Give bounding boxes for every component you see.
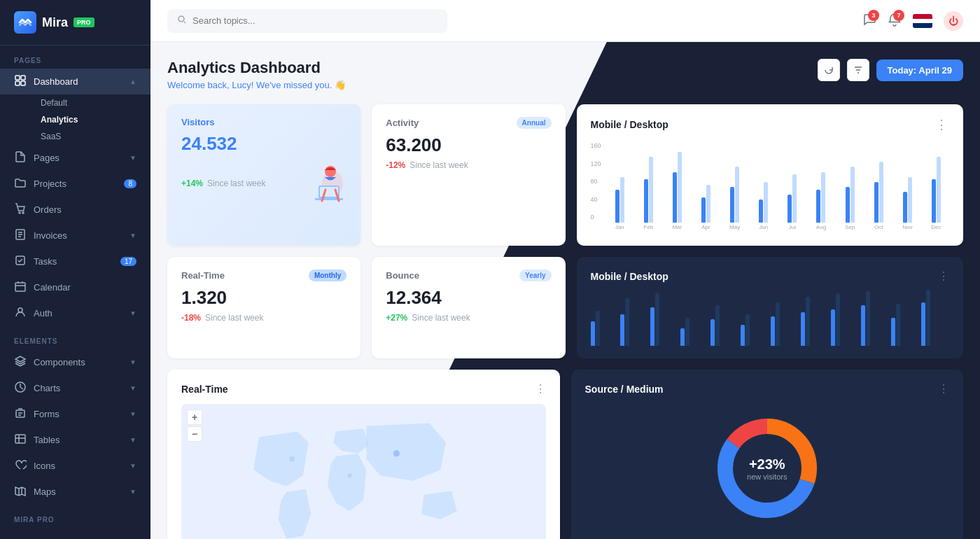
bar-mar-desktop	[673, 172, 677, 223]
x-label-aug: Aug	[808, 224, 834, 230]
sidebar-item-icons[interactable]: Icons ▼	[0, 453, 150, 479]
projects-badge: 8	[124, 179, 136, 188]
visitors-change: +14% Since last week	[181, 178, 265, 188]
sidebar-item-charts[interactable]: Charts ▼	[0, 375, 150, 401]
bar-apr-desktop	[701, 197, 706, 223]
activity-value: 63.200	[386, 134, 551, 156]
x-label-jan: Jan	[607, 224, 633, 230]
header-actions: Today: April 29	[818, 59, 963, 81]
sidebar-item-tasks[interactable]: Tasks 17	[0, 248, 150, 274]
flag-icon[interactable]	[913, 14, 932, 28]
sidebar-item-tables[interactable]: Tables ▼	[0, 427, 150, 453]
sidebar-item-analytics[interactable]: Analytics	[34, 111, 150, 128]
y-label-160: 160	[591, 142, 601, 149]
mobile-desktop-card: Mobile / Desktop ⋮ 160 120 80 40 0	[577, 104, 964, 246]
chevron-down-icon: ▼	[130, 436, 136, 444]
bar-mar-mobile	[678, 152, 682, 223]
sidebar-item-components[interactable]: Components ▼	[0, 349, 150, 375]
today-button[interactable]: Today: April 29	[876, 59, 963, 81]
activity-change: -12% Since last week	[386, 160, 551, 170]
realtime-change: -18% Since last week	[181, 313, 346, 323]
refresh-icon-btn[interactable]	[818, 59, 840, 81]
bounce-change-label: Since last week	[412, 313, 470, 323]
realtime-label: Real-Time	[181, 270, 225, 281]
source-more-btn[interactable]: ⋮	[938, 382, 949, 396]
calendar-icon	[14, 280, 27, 295]
sidebar-item-invoices[interactable]: Invoices ▼	[0, 223, 150, 248]
bell-icon-btn[interactable]: 7	[888, 13, 902, 29]
search-input[interactable]	[192, 15, 438, 26]
donut-center-label: +23% new visitors	[747, 456, 787, 481]
topbar: 3 7 ⏻	[150, 0, 980, 42]
bar-nov-mobile	[908, 177, 912, 223]
visitor-illustration	[294, 159, 346, 208]
svg-point-21	[347, 473, 351, 477]
elements-label: ELEMENTS	[0, 326, 150, 349]
bar-dec-desktop	[932, 179, 936, 223]
sidebar-item-maps[interactable]: Maps ▼	[0, 479, 150, 505]
svg-point-9	[18, 308, 22, 312]
sidebar-item-auth[interactable]: Auth ▼	[0, 300, 150, 326]
bar-jul-desktop	[788, 195, 792, 223]
svg-point-19	[393, 450, 400, 456]
activity-change-pct: -12%	[386, 160, 405, 170]
charts-label: Charts	[34, 383, 60, 393]
main-content: Analytics Dashboard Welcome back, Lucy! …	[150, 42, 980, 539]
svg-rect-2	[15, 81, 20, 85]
bar-apr-mobile	[706, 185, 710, 223]
bounce-label: Bounce	[386, 270, 419, 281]
bar-group-feb	[636, 157, 662, 223]
realtime-map-title: Real-Time	[181, 384, 228, 395]
realtime-change-label: Since last week	[205, 313, 263, 323]
bar-oct-mobile	[879, 162, 883, 223]
content-inner: Analytics Dashboard Welcome back, Lucy! …	[150, 42, 980, 539]
y-label-0: 0	[591, 214, 601, 220]
grid-icon	[14, 74, 27, 89]
page-title-area: Analytics Dashboard Welcome back, Lucy! …	[167, 59, 346, 90]
sidebar-item-projects[interactable]: Projects 8	[0, 171, 150, 197]
sidebar-item-forms[interactable]: Forms ▼	[0, 401, 150, 427]
sidebar-item-calendar[interactable]: Calendar	[0, 274, 150, 300]
bar-jan-desktop	[615, 190, 620, 223]
svg-rect-1	[21, 76, 25, 80]
bar-feb-mobile	[649, 157, 653, 223]
visitors-change-label: Since last week	[207, 178, 265, 188]
activity-label: Activity	[386, 118, 419, 128]
y-label-120: 120	[591, 160, 601, 167]
subtitle-suffix: ! We've missed you. 👋	[251, 80, 346, 90]
world-map-svg	[181, 404, 546, 539]
pages-label: PAGES	[0, 46, 150, 69]
realtime-map-more-btn[interactable]: ⋮	[535, 382, 546, 396]
power-button[interactable]: ⏻	[944, 11, 963, 31]
sidebar-item-dashboard[interactable]: Dashboard ▲	[0, 69, 150, 94]
sidebar-item-default[interactable]: Default	[34, 94, 150, 111]
svg-point-20	[289, 456, 295, 462]
content-area: Analytics Dashboard Welcome back, Lucy! …	[150, 42, 980, 539]
dashboard-label: Dashboard	[34, 76, 78, 87]
svg-rect-8	[15, 283, 25, 291]
bar-group-aug	[808, 172, 834, 223]
invoice-icon	[14, 228, 27, 243]
filter-icon-btn[interactable]	[847, 59, 869, 81]
sidebar-item-pages[interactable]: Pages ▼	[0, 145, 150, 171]
donut-container: +23% new visitors	[585, 405, 950, 531]
stats-row-2: Real-Time Monthly 1.320 -18% Since last …	[167, 257, 963, 358]
search-box[interactable]	[167, 9, 447, 33]
mobile-desktop-title: Mobile / Desktop	[591, 119, 668, 130]
chat-icon-btn[interactable]: 3	[862, 13, 876, 29]
bar-group-jan	[607, 177, 633, 223]
components-label: Components	[34, 357, 85, 368]
dark-chart-more-btn[interactable]: ⋮	[938, 270, 949, 283]
chevron-down-icon: ▼	[130, 232, 136, 239]
x-label-dec: Dec	[923, 224, 949, 230]
saas-label: SaaS	[41, 132, 61, 141]
bell-badge: 7	[893, 10, 904, 21]
app-name: Mira	[42, 15, 68, 30]
chevron-down-icon: ▼	[130, 309, 136, 317]
logo-icon	[14, 11, 36, 34]
mobile-desktop-more-btn[interactable]: ⋮	[935, 117, 949, 132]
sidebar-item-orders[interactable]: Orders	[0, 197, 150, 223]
bar-jun-mobile	[764, 182, 768, 223]
sidebar-item-saas[interactable]: SaaS	[34, 128, 150, 145]
bounce-badge: Yearly	[519, 270, 551, 281]
